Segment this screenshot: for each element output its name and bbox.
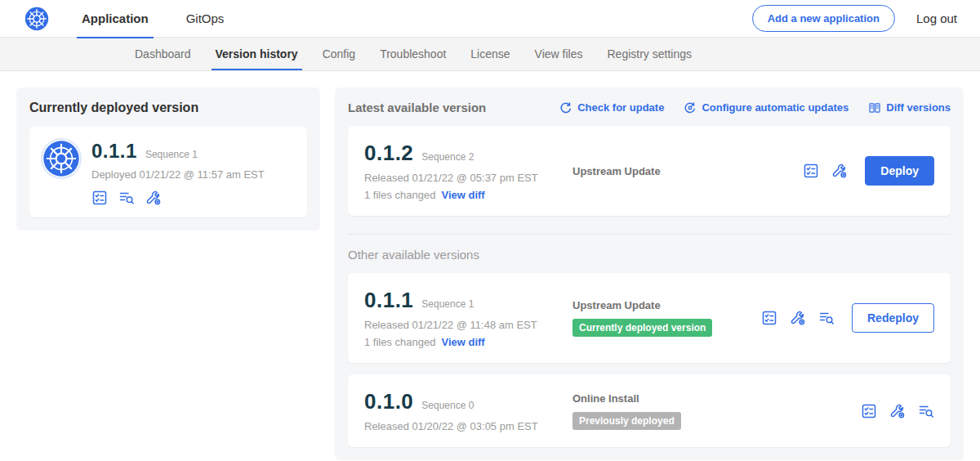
version-source: Upstream Update Currently deployed versi… bbox=[572, 299, 761, 337]
subnav-item-version-history[interactable]: Version history bbox=[203, 38, 310, 70]
deployed-version-card: 0.1.1 Sequence 1 Deployed 01/21/22 @ 11:… bbox=[29, 127, 307, 217]
version-info: 0.1.1 Sequence 1 Released 01/21/22 @ 11:… bbox=[364, 288, 572, 348]
top-navbar: Application GitOps Add a new application… bbox=[0, 0, 980, 38]
version-number: 0.1.2 bbox=[364, 141, 413, 166]
other-versions-section: Other available versions 0.1.1 Sequence … bbox=[348, 234, 951, 447]
deployed-version-info: 0.1.1 Sequence 1 Deployed 01/21/22 @ 11:… bbox=[91, 140, 265, 206]
files-changed-label: 1 files changed bbox=[364, 189, 435, 201]
deployed-version-number: 0.1.1 bbox=[91, 140, 137, 163]
released-timestamp: Released 01/21/22 @ 11:48 am EST bbox=[364, 319, 572, 331]
subnav-item-dashboard[interactable]: Dashboard bbox=[122, 38, 203, 70]
subnav-item-registry-settings[interactable]: Registry settings bbox=[595, 38, 703, 70]
redeploy-button[interactable]: Redeploy bbox=[852, 303, 934, 333]
version-row: 0.1.1 Sequence 1 Released 01/21/22 @ 11:… bbox=[348, 273, 951, 363]
version-source: Online Install Previously deployed bbox=[572, 392, 861, 430]
currently-deployed-panel: Currently deployed version 0.1.1 Sequenc… bbox=[16, 87, 320, 230]
diff-columns-icon bbox=[868, 101, 881, 114]
diff-versions-label: Diff versions bbox=[886, 101, 951, 114]
edit-config-icon[interactable] bbox=[790, 310, 806, 326]
version-row: 0.1.0 Sequence 0 Released 01/20/22 @ 03:… bbox=[348, 374, 951, 447]
tab-gitops[interactable]: GitOps bbox=[181, 0, 229, 38]
check-for-update-link[interactable]: Check for update bbox=[559, 101, 664, 114]
subnav-item-config[interactable]: Config bbox=[310, 38, 368, 70]
logout-link[interactable]: Log out bbox=[916, 11, 957, 25]
release-notes-icon[interactable] bbox=[91, 190, 108, 206]
files-changed-label: 1 files changed bbox=[364, 336, 435, 348]
currently-deployed-title: Currently deployed version bbox=[29, 101, 307, 115]
app-subnav: Dashboard Version history Config Trouble… bbox=[0, 38, 980, 71]
other-versions-title: Other available versions bbox=[348, 248, 951, 262]
previously-deployed-badge: Previously deployed bbox=[572, 412, 681, 430]
kubernetes-logo-icon bbox=[24, 7, 49, 31]
refresh-icon bbox=[559, 101, 572, 114]
release-notes-icon[interactable] bbox=[803, 163, 819, 179]
version-row: 0.1.2 Sequence 2 Released 01/21/22 @ 05:… bbox=[348, 126, 951, 216]
add-application-button[interactable]: Add a new application bbox=[752, 5, 895, 32]
version-number: 0.1.0 bbox=[364, 389, 413, 414]
subnav-item-view-files[interactable]: View files bbox=[523, 38, 595, 70]
subnav-item-license[interactable]: License bbox=[458, 38, 522, 70]
view-diff-icon[interactable] bbox=[818, 310, 835, 326]
check-for-update-label: Check for update bbox=[577, 101, 664, 114]
available-versions-panel: Latest available version Check for updat… bbox=[335, 87, 964, 460]
version-info: 0.1.0 Sequence 0 Released 01/20/22 @ 03:… bbox=[364, 389, 572, 432]
deployed-sequence-label: Sequence 1 bbox=[145, 149, 198, 160]
source-label: Upstream Update bbox=[572, 299, 753, 311]
version-source: Upstream Update bbox=[572, 165, 803, 177]
release-notes-icon[interactable] bbox=[861, 403, 877, 419]
deployed-timestamp: Deployed 01/21/22 @ 11:57 am EST bbox=[91, 168, 265, 181]
view-diff-icon[interactable] bbox=[918, 403, 934, 419]
sequence-label: Sequence 2 bbox=[421, 151, 474, 163]
released-timestamp: Released 01/20/22 @ 03:05 pm EST bbox=[364, 420, 572, 432]
source-label: Online Install bbox=[572, 392, 853, 405]
auto-update-icon bbox=[684, 101, 697, 114]
subnav-item-troubleshoot[interactable]: Troubleshoot bbox=[368, 38, 458, 70]
app-logo-icon bbox=[42, 140, 80, 177]
configure-automatic-updates-label: Configure automatic updates bbox=[702, 101, 849, 114]
released-timestamp: Released 01/21/22 @ 05:37 pm EST bbox=[364, 172, 572, 184]
main-content: Currently deployed version 0.1.1 Sequenc… bbox=[0, 71, 980, 461]
deploy-button[interactable]: Deploy bbox=[865, 156, 934, 186]
release-notes-icon[interactable] bbox=[761, 310, 777, 326]
edit-config-icon[interactable] bbox=[145, 190, 162, 206]
source-label: Upstream Update bbox=[572, 165, 795, 177]
sequence-label: Sequence 0 bbox=[421, 400, 474, 411]
view-diff-link[interactable]: View diff bbox=[441, 336, 484, 348]
edit-config-icon[interactable] bbox=[831, 163, 848, 179]
edit-config-icon[interactable] bbox=[889, 403, 906, 419]
sequence-label: Sequence 1 bbox=[421, 298, 474, 310]
version-info: 0.1.2 Sequence 2 Released 01/21/22 @ 05:… bbox=[364, 141, 572, 201]
latest-available-title: Latest available version bbox=[348, 101, 559, 114]
diff-versions-link[interactable]: Diff versions bbox=[868, 101, 951, 114]
tab-application[interactable]: Application bbox=[77, 0, 154, 38]
view-diff-link[interactable]: View diff bbox=[441, 189, 484, 201]
currently-deployed-badge: Currently deployed version bbox=[572, 319, 712, 337]
version-number: 0.1.1 bbox=[364, 288, 413, 313]
configure-automatic-updates-link[interactable]: Configure automatic updates bbox=[684, 101, 849, 114]
view-diff-icon[interactable] bbox=[118, 190, 135, 206]
